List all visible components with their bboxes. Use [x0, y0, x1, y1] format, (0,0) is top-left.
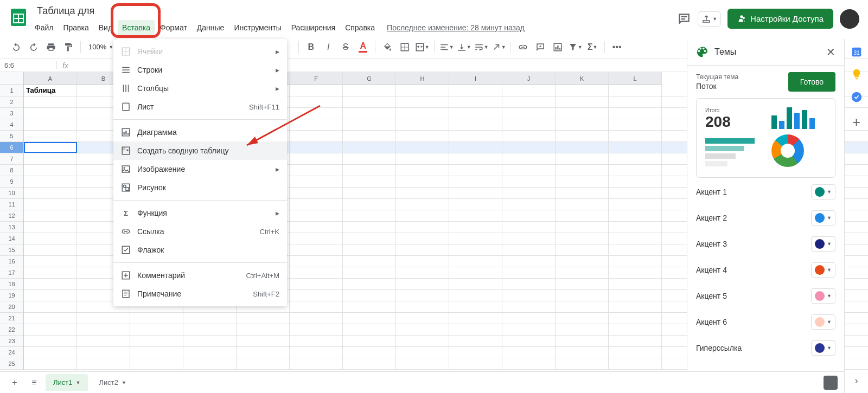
row-header[interactable]: 13: [0, 222, 23, 233]
cell[interactable]: [396, 233, 449, 244]
italic-button[interactable]: I: [321, 40, 336, 55]
cell[interactable]: [556, 313, 609, 324]
cell[interactable]: [24, 199, 77, 210]
row-header[interactable]: 5: [0, 131, 23, 142]
cell[interactable]: [343, 313, 396, 324]
cell[interactable]: [130, 358, 183, 369]
cell[interactable]: [609, 324, 662, 335]
col-header[interactable]: I: [449, 72, 502, 85]
select-all-corner[interactable]: [0, 72, 24, 85]
fill-color-button[interactable]: [380, 40, 395, 55]
cell[interactable]: [290, 153, 343, 164]
cell[interactable]: [396, 347, 449, 358]
cell[interactable]: [343, 142, 396, 153]
bold-button[interactable]: B: [303, 40, 318, 55]
cell[interactable]: [396, 119, 449, 130]
cell[interactable]: [343, 347, 396, 358]
cell[interactable]: [449, 267, 502, 278]
cell[interactable]: [556, 153, 609, 164]
col-header[interactable]: G: [343, 72, 396, 85]
zoom-select[interactable]: 100%▼: [85, 43, 117, 51]
cell[interactable]: [290, 222, 343, 233]
cell[interactable]: [290, 108, 343, 119]
cell[interactable]: [609, 256, 662, 267]
cell[interactable]: [396, 313, 449, 324]
col-header[interactable]: L: [609, 72, 662, 85]
cell[interactable]: [556, 290, 609, 301]
cell[interactable]: [556, 85, 609, 96]
row-header[interactable]: 24: [0, 347, 23, 358]
menu-вид[interactable]: Вид: [94, 20, 117, 35]
row-header[interactable]: 22: [0, 324, 23, 336]
cell[interactable]: [502, 267, 556, 278]
cell[interactable]: [502, 313, 556, 324]
cell[interactable]: [502, 336, 556, 346]
cell[interactable]: [396, 188, 449, 198]
menu-расширения[interactable]: Расширения: [287, 20, 340, 35]
cell[interactable]: [556, 199, 609, 210]
cell[interactable]: [449, 347, 502, 358]
cell[interactable]: [449, 324, 502, 335]
menu-формат[interactable]: Формат: [156, 20, 192, 35]
keep-icon[interactable]: [851, 68, 863, 80]
cell[interactable]: [396, 222, 449, 233]
row-header[interactable]: 6: [0, 142, 23, 153]
cell[interactable]: [556, 358, 609, 369]
cell[interactable]: [502, 279, 556, 289]
cell[interactable]: [609, 336, 662, 346]
cell[interactable]: [24, 324, 77, 335]
row-header[interactable]: 21: [0, 313, 23, 324]
cell[interactable]: [24, 119, 77, 130]
menu-item-function[interactable]: ΣФункция▸: [113, 204, 287, 222]
cell[interactable]: [396, 176, 449, 187]
color-picker[interactable]: ▼: [811, 184, 835, 199]
menu-item-link[interactable]: СсылкаCtrl+K: [113, 222, 287, 241]
cell[interactable]: [290, 358, 343, 369]
cell[interactable]: [343, 85, 396, 96]
menu-item-checkbox[interactable]: Флажок: [113, 241, 287, 259]
cell[interactable]: [449, 131, 502, 141]
cell[interactable]: [343, 176, 396, 187]
menu-item-image[interactable]: Изображение▸: [113, 160, 287, 178]
cell[interactable]: [24, 210, 77, 221]
row-header[interactable]: 4: [0, 119, 23, 131]
cell[interactable]: [343, 290, 396, 301]
cell[interactable]: [449, 165, 502, 176]
cell[interactable]: [609, 267, 662, 278]
cell[interactable]: [502, 131, 556, 141]
sheet-tab[interactable]: Лист1 ▼: [46, 374, 88, 391]
cell[interactable]: [290, 176, 343, 187]
cell[interactable]: [343, 233, 396, 244]
row-header[interactable]: 15: [0, 244, 23, 256]
cell[interactable]: [556, 188, 609, 198]
cell[interactable]: [502, 85, 556, 96]
cell[interactable]: [130, 313, 183, 324]
color-picker[interactable]: ▼: [811, 262, 835, 278]
cell[interactable]: [343, 324, 396, 335]
cell[interactable]: [290, 244, 343, 255]
cell[interactable]: [24, 301, 77, 312]
borders-button[interactable]: [397, 40, 412, 55]
cell[interactable]: [396, 142, 449, 153]
cell[interactable]: [449, 336, 502, 346]
cell[interactable]: [449, 301, 502, 312]
cell[interactable]: [609, 153, 662, 164]
cell[interactable]: [290, 279, 343, 289]
col-header[interactable]: H: [396, 72, 449, 85]
cell[interactable]: [343, 244, 396, 255]
cell[interactable]: [556, 165, 609, 176]
cell[interactable]: [24, 176, 77, 187]
cell[interactable]: Таблица: [24, 85, 77, 96]
cell[interactable]: [556, 131, 609, 141]
filter-button[interactable]: ▼: [567, 40, 583, 55]
cell[interactable]: [449, 279, 502, 289]
cell[interactable]: [290, 210, 343, 221]
cell[interactable]: [396, 165, 449, 176]
avatar[interactable]: [840, 9, 859, 29]
cell[interactable]: [502, 290, 556, 301]
cell[interactable]: [24, 142, 77, 153]
menu-item-pivot[interactable]: Создать сводную таблицу: [113, 141, 287, 160]
cell[interactable]: [396, 324, 449, 335]
cell[interactable]: [396, 290, 449, 301]
undo-button[interactable]: [9, 40, 24, 55]
